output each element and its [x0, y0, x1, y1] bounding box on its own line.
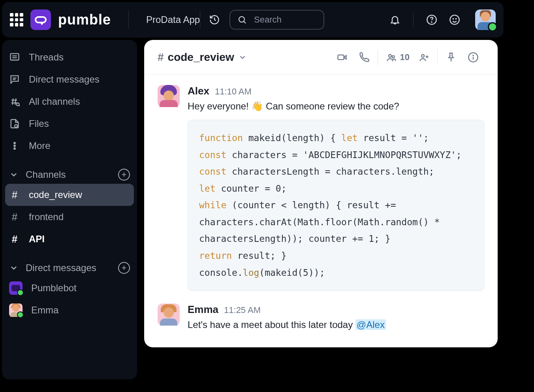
svg-point-22: [14, 148, 15, 149]
section-label: Channels: [26, 169, 66, 180]
divider: [128, 11, 129, 29]
apps-grid-icon[interactable]: [10, 13, 23, 26]
channel-panel: # code_review 10: [144, 40, 498, 347]
svg-point-4: [450, 15, 459, 24]
svg-point-33: [473, 55, 473, 55]
sidebar-label: More: [29, 140, 51, 151]
svg-rect-23: [338, 55, 344, 60]
sidebar-channel-frontend[interactable]: # frontend: [2, 206, 137, 228]
add-dm-button[interactable]: +: [118, 262, 130, 274]
video-call-button[interactable]: [331, 52, 353, 63]
message-text: Hey everyone! 👋 Can someone review the c…: [188, 99, 484, 113]
divider: [200, 11, 200, 29]
hash-icon: #: [158, 51, 164, 64]
svg-rect-7: [11, 54, 19, 60]
sidebar-label: Direct messages: [29, 74, 100, 85]
user-avatar[interactable]: [475, 9, 496, 30]
emoji-icon[interactable]: [447, 12, 463, 28]
history-icon[interactable]: [207, 12, 222, 28]
sidebar: Threads Direct messages All channels Fil…: [2, 40, 137, 379]
dm-name: Emma: [31, 305, 58, 316]
message-text: Let's have a meet about this later today…: [188, 317, 484, 332]
svg-point-21: [14, 145, 15, 147]
section-label: Direct messages: [26, 262, 96, 273]
sidebar-nav-more[interactable]: More: [2, 135, 137, 157]
message-time: 11:10 AM: [215, 87, 252, 97]
svg-point-6: [456, 19, 456, 19]
wave-emoji: 👋: [251, 101, 263, 111]
chevron-down-icon: [9, 170, 19, 179]
sidebar-section-dm[interactable]: Direct messages +: [2, 250, 137, 277]
message-list: Alex 11:10 AM Hey everyone! 👋 Can someon…: [144, 75, 498, 347]
channel-title[interactable]: # code_review: [158, 51, 247, 64]
divider: [378, 49, 378, 65]
message-time: 11:25 AM: [224, 305, 261, 315]
channel-name: code_review: [29, 189, 82, 200]
hash-icon: #: [9, 211, 20, 223]
sidebar-nav-files[interactable]: Files: [2, 113, 137, 135]
panel-header: # code_review 10: [144, 40, 498, 75]
notifications-icon[interactable]: [387, 12, 403, 28]
divider: [413, 13, 414, 27]
chevron-down-icon: [9, 263, 19, 273]
avatar-icon[interactable]: [158, 303, 180, 326]
svg-point-5: [453, 19, 453, 19]
sidebar-nav-threads[interactable]: Threads: [2, 46, 137, 68]
message-author[interactable]: Alex: [188, 85, 209, 97]
chevron-down-icon: [238, 53, 247, 62]
divider: [437, 49, 438, 65]
svg-line-15: [15, 98, 16, 105]
pin-button[interactable]: [440, 52, 462, 63]
svg-line-19: [17, 127, 18, 128]
search-input[interactable]: Search: [229, 10, 324, 30]
hash-icon: #: [9, 189, 20, 201]
svg-point-3: [431, 22, 432, 22]
sidebar-section-channels[interactable]: Channels +: [2, 157, 137, 184]
member-count: 10: [400, 52, 410, 62]
channel-name: frontend: [29, 211, 64, 222]
channel-name: API: [29, 234, 45, 245]
avatar-icon: [9, 281, 23, 295]
sidebar-nav-dm[interactable]: Direct messages: [2, 68, 137, 90]
search-placeholder: Search: [254, 15, 282, 25]
sidebar-channel-code_review[interactable]: # code_review: [5, 184, 134, 206]
avatar-icon: [9, 303, 23, 317]
svg-line-14: [12, 98, 13, 105]
sidebar-label: Threads: [29, 52, 64, 63]
message-author[interactable]: Emma: [188, 303, 218, 316]
svg-point-25: [389, 55, 391, 57]
members-button[interactable]: [380, 52, 402, 63]
voice-call-button[interactable]: [353, 52, 375, 63]
add-channel-button[interactable]: +: [118, 169, 130, 181]
dm-name: Pumblebot: [31, 283, 77, 294]
code-block[interactable]: function makeid(length) { let result = '…: [188, 120, 484, 291]
channel-name: code_review: [168, 51, 234, 64]
svg-point-27: [421, 55, 424, 57]
sidebar-label: All channels: [29, 96, 80, 107]
sidebar-label: Files: [29, 118, 49, 129]
add-member-button[interactable]: [413, 52, 435, 63]
app-header: pumble ProData App Search: [2, 2, 504, 38]
mention[interactable]: @Alex: [355, 319, 386, 330]
message: Alex 11:10 AM Hey everyone! 👋 Can someon…: [144, 82, 498, 294]
sidebar-dm-pumblebot[interactable]: Pumblebot: [2, 277, 137, 299]
message: Emma 11:25 AM Let's have a meet about th…: [144, 300, 498, 335]
sidebar-dm-emma[interactable]: Emma: [2, 299, 137, 321]
sidebar-channel-api[interactable]: # API: [2, 228, 137, 250]
sidebar-nav-all-channels[interactable]: All channels: [2, 90, 137, 113]
info-button[interactable]: [462, 52, 484, 63]
svg-point-0: [239, 17, 244, 22]
svg-line-1: [244, 22, 246, 24]
svg-point-26: [392, 55, 394, 58]
svg-line-17: [19, 105, 20, 106]
pumble-logo[interactable]: [30, 9, 51, 30]
svg-point-20: [14, 142, 15, 144]
hash-icon: #: [9, 233, 20, 245]
avatar-icon[interactable]: [158, 85, 180, 107]
brand-name: pumble: [58, 11, 111, 28]
help-icon[interactable]: [424, 12, 440, 28]
workspace-name[interactable]: ProData App: [146, 14, 200, 25]
